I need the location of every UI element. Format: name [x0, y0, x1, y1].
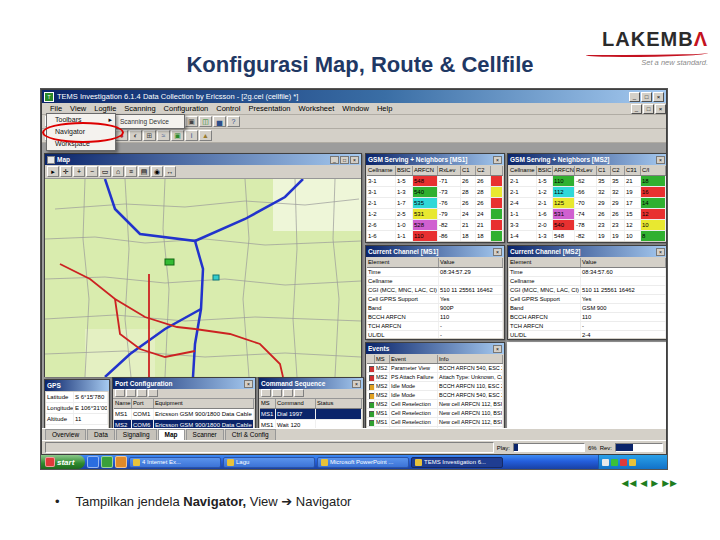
column-header[interactable]: Command: [276, 399, 316, 408]
minimize-button[interactable]: _: [629, 92, 640, 102]
close-button[interactable]: ×: [350, 156, 359, 164]
tray-icon[interactable]: [629, 459, 636, 466]
column-header[interactable]: RxLev: [575, 166, 597, 175]
table-row[interactable]: Cell GPRS Support Yes: [367, 295, 503, 304]
table-row[interactable]: 3-1 1-3 540 -73 28 28: [367, 187, 503, 198]
worksheet-tab[interactable]: Signaling: [116, 429, 157, 440]
column-header[interactable]: ARFCN: [553, 166, 575, 175]
window-titlebar[interactable]: Command Sequence ×: [259, 378, 363, 389]
table-row[interactable]: Time 08:34:57.60: [509, 268, 666, 277]
quick-launch-icon[interactable]: [87, 456, 99, 468]
map-tool-icon[interactable]: ↔: [164, 166, 176, 177]
menu-item[interactable]: Worksheet: [295, 104, 339, 113]
menu-item[interactable]: File: [46, 104, 66, 113]
toolbar-icon[interactable]: ◫: [199, 116, 212, 127]
menu-item[interactable]: Presentation: [244, 104, 294, 113]
table-row[interactable]: CGI (MCC, MNC, LAC, CI) 510 11 25561 164…: [509, 286, 666, 295]
column-header[interactable]: Cellname: [367, 166, 396, 175]
column-header[interactable]: Element: [367, 258, 439, 267]
column-header[interactable]: MS: [375, 355, 390, 363]
close-button[interactable]: ×: [656, 248, 665, 256]
play-progress-bar[interactable]: [513, 443, 585, 452]
map-canvas[interactable]: [45, 179, 361, 377]
window-titlebar[interactable]: Port Configuration ×: [113, 378, 255, 389]
event-row[interactable]: MS1 Cell Reselection New cell ARFCN 110,…: [367, 409, 503, 418]
map-tool-icon[interactable]: ▸: [47, 166, 59, 177]
quick-launch-icon[interactable]: [115, 456, 127, 468]
event-row[interactable]: MS1 Cell Reselection New cell ARFCN 111,…: [367, 427, 503, 428]
column-header[interactable]: Value: [439, 258, 503, 267]
close-button[interactable]: ×: [244, 380, 253, 388]
close-button[interactable]: ×: [352, 380, 361, 388]
close-button[interactable]: ×: [493, 345, 502, 353]
column-header[interactable]: C2: [611, 166, 625, 175]
column-header[interactable]: Equipment: [154, 399, 254, 408]
map-tool-icon[interactable]: ◉: [151, 166, 163, 177]
menu-item[interactable]: Help: [373, 104, 396, 113]
table-row[interactable]: Cellname: [367, 277, 503, 286]
toolbar-icon[interactable]: ▲: [199, 130, 212, 141]
map-tool-icon[interactable]: +: [73, 166, 85, 177]
slide-nav-arrow[interactable]: ◀: [640, 478, 648, 488]
table-row[interactable]: UL/DL 2-4: [509, 331, 666, 338]
table-row[interactable]: 3-3 2-0 540 -78 23 23 12 10: [509, 220, 666, 231]
toolbar-icon[interactable]: ≈: [157, 130, 170, 141]
menu-item[interactable]: Scanning: [120, 104, 159, 113]
table-row[interactable]: 2-1 1-2 112 -66 32 32 19 16: [509, 187, 666, 198]
toolbars-submenu[interactable]: Scanning Device: [115, 114, 185, 129]
table-row[interactable]: TCH ARFCN -: [509, 322, 666, 331]
maximize-button[interactable]: □: [641, 92, 652, 102]
column-header[interactable]: C31: [625, 166, 641, 175]
table-row[interactable]: UL/DL -: [367, 331, 503, 338]
column-header[interactable]: Cellname: [509, 166, 537, 175]
column-header[interactable]: Event: [390, 355, 438, 363]
close-button[interactable]: ×: [493, 248, 502, 256]
delete-command-button[interactable]: [294, 389, 304, 397]
table-row[interactable]: 1-6 1-1 110 -86 18 18: [367, 231, 503, 241]
command-row[interactable]: MS1 Wait 120: [260, 420, 362, 428]
close-button[interactable]: ×: [656, 156, 665, 164]
disconnect-port-button[interactable]: [148, 389, 158, 397]
tray-icon[interactable]: [620, 459, 627, 466]
map-tool-icon[interactable]: ⌂: [112, 166, 124, 177]
add-command-button[interactable]: [283, 389, 293, 397]
column-header[interactable]: C2: [476, 166, 491, 175]
window-titlebar[interactable]: Events ×: [366, 343, 504, 354]
table-row[interactable]: 2-6 1-0 528 -82 21 21: [367, 220, 503, 231]
table-row[interactable]: 2-1 1-7 535 -76 26 26: [367, 198, 503, 209]
tray-icon[interactable]: [602, 459, 609, 466]
child-restore-button[interactable]: □: [643, 104, 654, 114]
port-row[interactable]: MS1 COM1 Ericsson GSM 900/1800 Data Cabl…: [114, 409, 254, 420]
column-header[interactable]: [367, 355, 375, 363]
column-header[interactable]: Name: [114, 399, 132, 408]
column-header[interactable]: [491, 166, 503, 175]
table-row[interactable]: TCH ARFCN -: [367, 322, 503, 331]
close-button[interactable]: ×: [493, 156, 502, 164]
table-row[interactable]: 1-4 1-3 548 -82 19 19 10 8: [509, 231, 666, 241]
table-row[interactable]: 1-2 2-5 531 -79 24 24: [367, 209, 503, 220]
column-header[interactable]: C1: [597, 166, 611, 175]
table-row[interactable]: Cell GPRS Support Yes: [509, 295, 666, 304]
menu-item[interactable]: Control: [212, 104, 244, 113]
column-header[interactable]: C1: [461, 166, 476, 175]
view-menu-item[interactable]: Toolbars ▸: [47, 114, 115, 126]
worksheet-tab[interactable]: Overview: [45, 429, 86, 440]
worksheet-tab[interactable]: Ctrl & Config: [225, 429, 276, 440]
column-header[interactable]: C/I: [641, 166, 666, 175]
table-row[interactable]: 2-4 2-1 125 -70 29 29 17 14: [509, 198, 666, 209]
window-titlebar[interactable]: GSM Serving + Neighbors [MS2] ×: [508, 154, 666, 165]
column-header[interactable]: ARFCN: [413, 166, 438, 175]
table-row[interactable]: Cellname: [509, 277, 666, 286]
window-titlebar[interactable]: Map _ □ ×: [45, 154, 361, 165]
column-header[interactable]: BSIC: [396, 166, 413, 175]
worksheet-tab[interactable]: Map: [158, 429, 185, 440]
toolbar-icon[interactable]: ●: [115, 130, 128, 141]
toolbar-icon[interactable]: i: [185, 130, 198, 141]
menu-item[interactable]: Logfile: [90, 104, 120, 113]
table-row[interactable]: CGI (MCC, MNC, LAC, CI) 510 11 25561 164…: [367, 286, 503, 295]
menu-item[interactable]: Configuration: [160, 104, 213, 113]
close-button[interactable]: ×: [653, 92, 664, 102]
menu-item[interactable]: Window: [338, 104, 373, 113]
event-row[interactable]: MS2 Parameter View BCCH ARFCN 540, ESC 2…: [367, 364, 503, 373]
column-header[interactable]: Value: [581, 258, 666, 267]
